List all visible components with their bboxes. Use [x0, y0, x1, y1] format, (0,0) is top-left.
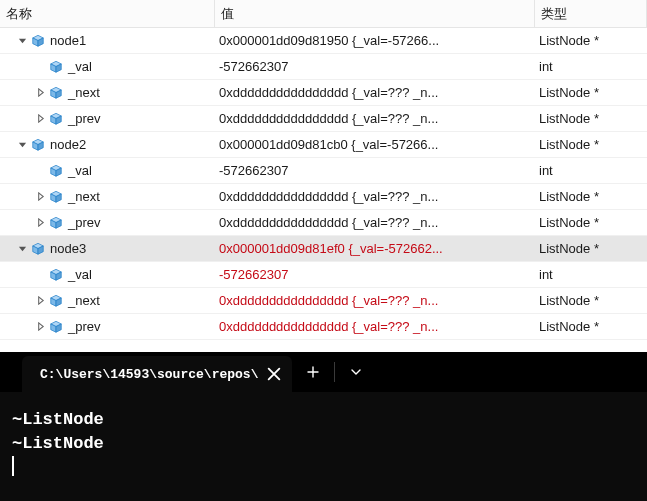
variable-cube-icon	[48, 59, 64, 75]
variable-name: _next	[68, 85, 100, 100]
watch-name-cell: node1	[0, 33, 215, 49]
variable-name: _next	[68, 293, 100, 308]
watch-row[interactable]: _prev0xdddddddddddddddd {_val=??? _n...L…	[0, 106, 647, 132]
expander-icon[interactable]	[32, 293, 48, 309]
expander-icon[interactable]	[32, 189, 48, 205]
watch-name-cell: node3	[0, 241, 215, 257]
variable-name: _val	[68, 163, 92, 178]
variable-cube-icon	[30, 137, 46, 153]
watch-row[interactable]: node20x000001dd09d81cb0 {_val=-57266...L…	[0, 132, 647, 158]
variable-type: ListNode *	[535, 215, 647, 230]
terminal-line: ~ListNode	[12, 432, 635, 456]
watch-name-cell: _next	[0, 293, 215, 309]
variable-type: ListNode *	[535, 189, 647, 204]
variable-type: int	[535, 59, 647, 74]
expander-icon[interactable]	[32, 111, 48, 127]
watch-row[interactable]: node10x000001dd09d81950 {_val=-57266...L…	[0, 28, 647, 54]
expander-icon[interactable]	[14, 137, 30, 153]
variable-value: 0x000001dd09d81ef0 {_val=-572662...	[215, 241, 535, 256]
header-name[interactable]: 名称	[0, 0, 215, 27]
terminal-body[interactable]: ~ListNode ~ListNode	[0, 392, 647, 501]
watch-name-cell: _val	[0, 59, 215, 75]
variable-name: _prev	[68, 319, 101, 334]
variable-value: 0xdddddddddddddddd {_val=??? _n...	[215, 189, 535, 204]
terminal-tab[interactable]: C:\Users\14593\source\repos\	[22, 356, 292, 392]
variable-type: ListNode *	[535, 319, 647, 334]
watch-name-cell: _next	[0, 85, 215, 101]
variable-value: 0x000001dd09d81950 {_val=-57266...	[215, 33, 535, 48]
watch-row[interactable]: _next0xdddddddddddddddd {_val=??? _n...L…	[0, 184, 647, 210]
variable-name: _val	[68, 267, 92, 282]
terminal-tab-title: C:\Users\14593\source\repos\	[40, 367, 258, 382]
watch-name-cell: _next	[0, 189, 215, 205]
variable-value: 0xdddddddddddddddd {_val=??? _n...	[215, 85, 535, 100]
watch-row[interactable]: _val-572662307int	[0, 54, 647, 80]
watch-name-cell: _prev	[0, 319, 215, 335]
variable-cube-icon	[48, 293, 64, 309]
watch-row[interactable]: _val-572662307int	[0, 158, 647, 184]
expander-icon[interactable]	[32, 215, 48, 231]
variable-type: ListNode *	[535, 241, 647, 256]
terminal-drag-handle[interactable]	[0, 352, 22, 392]
header-value[interactable]: 值	[215, 0, 535, 27]
expander-icon[interactable]	[14, 33, 30, 49]
variable-cube-icon	[48, 215, 64, 231]
tab-actions-divider	[334, 362, 335, 382]
variable-value: 0xdddddddddddddddd {_val=??? _n...	[215, 293, 535, 308]
new-tab-button[interactable]	[298, 357, 328, 387]
variable-type: ListNode *	[535, 293, 647, 308]
variable-value: 0xdddddddddddddddd {_val=??? _n...	[215, 111, 535, 126]
terminal-tab-close-button[interactable]	[266, 366, 282, 382]
variable-name: node1	[50, 33, 86, 48]
variable-type: int	[535, 267, 647, 282]
watch-name-cell: node2	[0, 137, 215, 153]
variable-name: node3	[50, 241, 86, 256]
watch-panel: 名称 值 类型 node10x000001dd09d81950 {_val=-5…	[0, 0, 647, 340]
variable-cube-icon	[48, 267, 64, 283]
variable-cube-icon	[48, 163, 64, 179]
watch-header-row: 名称 值 类型	[0, 0, 647, 28]
terminal-tab-strip: C:\Users\14593\source\repos\	[0, 352, 647, 392]
expander-icon[interactable]	[32, 319, 48, 335]
watch-row[interactable]: _next0xdddddddddddddddd {_val=??? _n...L…	[0, 288, 647, 314]
variable-cube-icon	[48, 111, 64, 127]
watch-name-cell: _val	[0, 267, 215, 283]
variable-name: _next	[68, 189, 100, 204]
watch-rows: node10x000001dd09d81950 {_val=-57266...L…	[0, 28, 647, 340]
variable-value: 0x000001dd09d81cb0 {_val=-57266...	[215, 137, 535, 152]
watch-name-cell: _prev	[0, 215, 215, 231]
watch-row[interactable]: node30x000001dd09d81ef0 {_val=-572662...…	[0, 236, 647, 262]
tab-dropdown-button[interactable]	[341, 357, 371, 387]
terminal-tab-actions	[292, 352, 371, 392]
variable-cube-icon	[48, 319, 64, 335]
watch-row[interactable]: _val-572662307int	[0, 262, 647, 288]
expander-icon[interactable]	[14, 241, 30, 257]
watch-name-cell: _prev	[0, 111, 215, 127]
variable-type: ListNode *	[535, 33, 647, 48]
variable-type: ListNode *	[535, 137, 647, 152]
variable-cube-icon	[48, 189, 64, 205]
variable-name: _prev	[68, 215, 101, 230]
variable-name: _val	[68, 59, 92, 74]
watch-row[interactable]: _next0xdddddddddddddddd {_val=??? _n...L…	[0, 80, 647, 106]
variable-cube-icon	[30, 33, 46, 49]
variable-value: -572662307	[215, 267, 535, 282]
variable-type: ListNode *	[535, 85, 647, 100]
variable-value: -572662307	[215, 163, 535, 178]
terminal-line: ~ListNode	[12, 408, 635, 432]
variable-name: node2	[50, 137, 86, 152]
variable-cube-icon	[48, 85, 64, 101]
variable-value: 0xdddddddddddddddd {_val=??? _n...	[215, 215, 535, 230]
variable-type: ListNode *	[535, 111, 647, 126]
variable-name: _prev	[68, 111, 101, 126]
variable-value: -572662307	[215, 59, 535, 74]
watch-row[interactable]: _prev0xdddddddddddddddd {_val=??? _n...L…	[0, 210, 647, 236]
variable-cube-icon	[30, 241, 46, 257]
expander-icon[interactable]	[32, 85, 48, 101]
watch-row[interactable]: _prev0xdddddddddddddddd {_val=??? _n...L…	[0, 314, 647, 340]
terminal-cursor	[12, 456, 14, 476]
variable-value: 0xdddddddddddddddd {_val=??? _n...	[215, 319, 535, 334]
watch-name-cell: _val	[0, 163, 215, 179]
variable-type: int	[535, 163, 647, 178]
header-type[interactable]: 类型	[535, 0, 647, 27]
